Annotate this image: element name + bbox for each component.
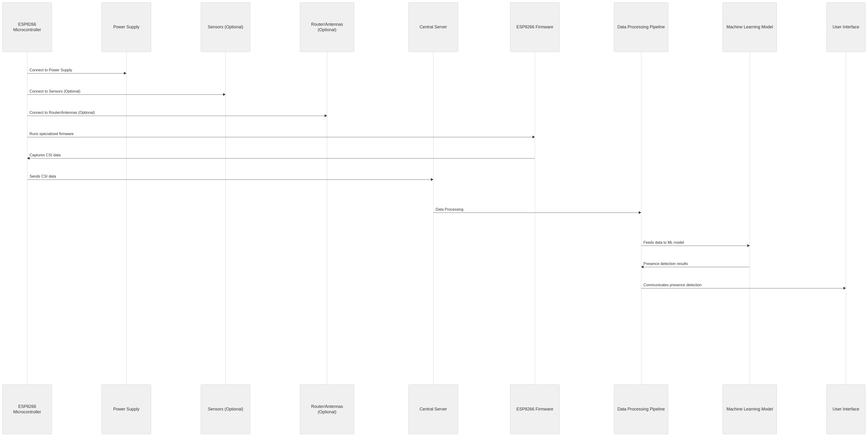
arrow-label-2: Connect to Router/Antennas (Optional) xyxy=(30,111,95,115)
lifeline-sensors xyxy=(225,52,226,384)
actor-esp8266-top: ESP8266 Microcontroller xyxy=(2,2,52,52)
lifeline-firmware xyxy=(535,52,535,384)
arrow-label-4: Captures CSI data xyxy=(30,153,61,157)
actor-central-top: Central Server xyxy=(408,2,458,52)
actor-firmware-top: ESP8266 Firmware xyxy=(510,2,560,52)
actor-sensors-bottom: Sensors (Optional) xyxy=(201,384,250,434)
arrowhead-left-4 xyxy=(27,157,30,160)
arrow-label-8: Presence detection results xyxy=(644,262,688,266)
actor-ml-top: Machine Learning Model xyxy=(722,2,777,52)
lifeline-ml xyxy=(750,52,750,384)
actor-power-bottom: Power Supply xyxy=(101,384,151,434)
lifeline-power xyxy=(126,52,127,384)
arrowhead-right-1 xyxy=(223,93,225,96)
arrow-line-7 xyxy=(641,246,750,246)
actor-firmware-bottom: ESP8266 Firmware xyxy=(510,384,560,434)
arrowhead-right-0 xyxy=(124,72,126,75)
actor-ui-top: User Interface xyxy=(827,2,865,52)
actor-sensors-top: Sensors (Optional) xyxy=(201,2,250,52)
arrow-line-1 xyxy=(27,94,225,95)
arrow-line-9 xyxy=(641,288,846,288)
actor-router-bottom: Router/Antennas (Optional) xyxy=(300,384,354,434)
arrow-line-6 xyxy=(433,213,641,213)
arrow-line-8 xyxy=(641,267,750,267)
actor-router-top: Router/Antennas (Optional) xyxy=(300,2,354,52)
actor-ml-bottom: Machine Learning Model xyxy=(722,384,777,434)
arrowhead-right-5 xyxy=(431,178,433,181)
arrow-label-5: Sends CSI data xyxy=(30,174,56,179)
arrow-label-9: Communicates presence detection xyxy=(644,283,702,287)
arrowhead-left-8 xyxy=(641,266,644,268)
arrow-line-0 xyxy=(27,73,126,73)
arrowhead-right-9 xyxy=(843,287,846,289)
arrow-label-0: Connect to Power Supply xyxy=(30,68,72,72)
arrow-label-1: Connect to Sensors (Optional) xyxy=(30,89,80,94)
actor-ui-bottom: User Interface xyxy=(827,384,865,434)
actor-esp8266-bottom: ESP8266 Microcontroller xyxy=(2,384,52,434)
lifeline-ui xyxy=(846,52,846,384)
actor-pipeline-top: Data Processing Pipeline xyxy=(614,2,668,52)
sequence-diagram: ESP8266 MicrocontrollerPower SupplySenso… xyxy=(0,0,868,436)
arrow-label-7: Feeds data to ML model xyxy=(644,241,684,245)
arrowhead-right-6 xyxy=(639,211,641,214)
arrow-label-3: Runs specialized firmware xyxy=(30,132,74,136)
arrowhead-right-2 xyxy=(325,114,327,117)
actor-pipeline-bottom: Data Processing Pipeline xyxy=(614,384,668,434)
arrowhead-right-3 xyxy=(532,135,535,138)
arrowhead-right-7 xyxy=(747,244,750,247)
lifeline-central xyxy=(433,52,434,384)
arrow-label-6: Data Processing xyxy=(436,207,463,212)
actor-power-top: Power Supply xyxy=(101,2,151,52)
actor-central-bottom: Central Server xyxy=(408,384,458,434)
arrow-line-2 xyxy=(27,116,327,116)
